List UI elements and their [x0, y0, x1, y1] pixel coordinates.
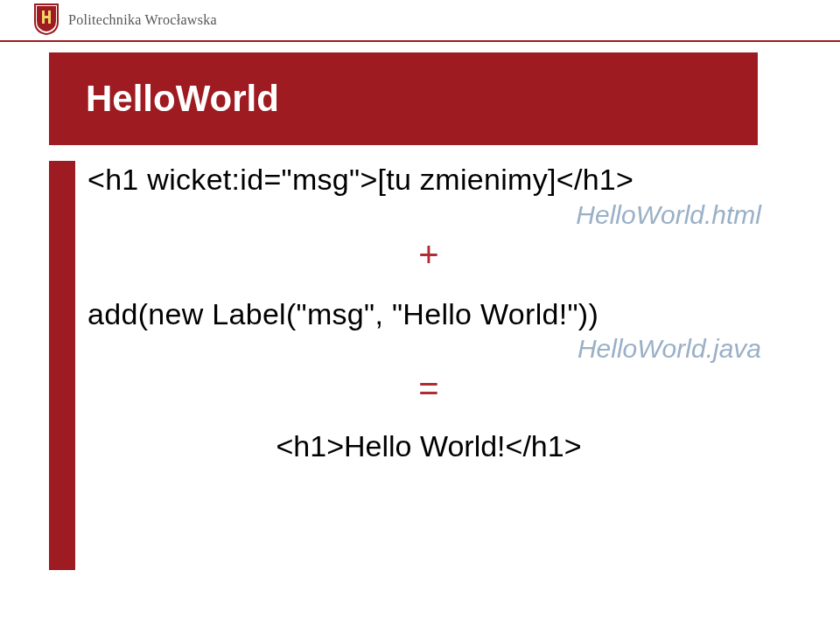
source-note-html: HelloWorld.html: [88, 200, 770, 230]
code-line-java: add(new Label("msg", "Hello World!")): [88, 296, 770, 333]
institution-logo: [33, 3, 60, 39]
side-accent-strip: [49, 161, 75, 570]
slide-content: <h1 wicket:id="msg">[tu zmienimy]</h1> H…: [88, 161, 770, 463]
equals-operator: =: [88, 369, 770, 408]
header-bar: Politechnika Wrocławska: [0, 0, 840, 42]
slide-title: HelloWorld: [86, 78, 279, 120]
slide-title-box: HelloWorld: [49, 52, 758, 145]
result-line: <h1>Hello World!</h1>: [88, 429, 770, 463]
code-line-html: <h1 wicket:id="msg">[tu zmienimy]</h1>: [88, 161, 770, 198]
plus-operator: +: [88, 235, 770, 275]
source-note-java: HelloWorld.java: [88, 334, 770, 364]
institution-name: Politechnika Wrocławska: [68, 12, 217, 28]
